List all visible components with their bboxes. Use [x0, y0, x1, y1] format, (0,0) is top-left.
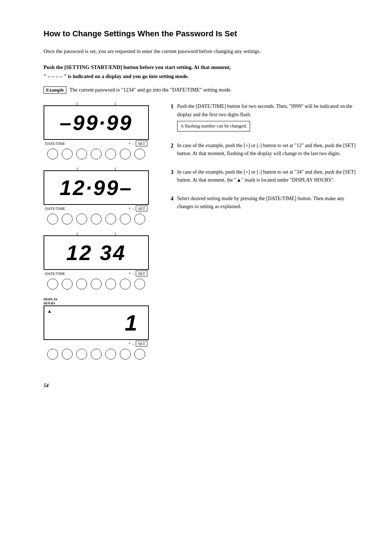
plus-btn-4[interactable]: + [128, 341, 131, 347]
circle-btn[interactable] [76, 279, 87, 289]
circle-btn[interactable] [91, 149, 102, 159]
step-text-1: Push the [DATE/TIME] button for two seco… [177, 102, 356, 131]
step-3: 3 In case of the example, push the [+] o… [171, 168, 356, 185]
plus-btn-3[interactable]: + [128, 271, 131, 276]
circle-btn[interactable] [120, 149, 131, 159]
button-row-2: DATE/TIME + – SET [44, 205, 149, 212]
arrow-mark: ▲ [47, 308, 52, 314]
flash-note-1: A flashing number can be changed. [177, 121, 250, 131]
set-btn-3[interactable]: SET [136, 271, 147, 276]
circle-btn[interactable] [120, 214, 131, 224]
example-text: The current password is "1234" and go in… [69, 87, 232, 93]
circle-btn[interactable] [91, 214, 102, 224]
circle-btn[interactable] [105, 149, 116, 159]
button-row-1: DATE/TIME + – SET [44, 140, 149, 147]
tick [77, 102, 78, 105]
step-num-3: 3 [171, 167, 173, 177]
display-hours-label: DISPLAY HOURS [44, 297, 58, 305]
page-number: 54 [44, 383, 356, 389]
display-unit-1: –99·99 DATE/TIME + – SET [44, 102, 156, 161]
tick-marks-1 [44, 102, 149, 105]
tick [115, 232, 116, 235]
circle-btn[interactable] [134, 214, 145, 224]
circle-btn[interactable] [62, 149, 73, 159]
example-label: Example [44, 86, 66, 94]
set-btn-4[interactable]: SET [136, 341, 147, 347]
circle-btn[interactable] [120, 279, 131, 289]
circle-btn[interactable] [47, 349, 58, 360]
button-row-4: + – SET [44, 340, 149, 347]
circle-btn[interactable] [76, 214, 87, 224]
plus-btn-1[interactable]: + [128, 141, 131, 146]
circle-buttons-2 [44, 212, 149, 226]
display-value-1: –99·99 [60, 112, 132, 133]
minus-btn-2[interactable]: – [132, 206, 134, 211]
circle-btn[interactable] [47, 279, 58, 289]
set-btn-2[interactable]: SET [136, 206, 147, 211]
datetime-label-1: DATE/TIME [45, 142, 65, 146]
circle-btn[interactable] [120, 349, 131, 360]
main-content: –99·99 DATE/TIME + – SET [44, 102, 356, 361]
display-unit-2: 12·99– DATE/TIME + – SET [44, 167, 156, 226]
circle-buttons-1 [44, 147, 149, 161]
circle-btn[interactable] [105, 214, 116, 224]
display-diagrams: –99·99 DATE/TIME + – SET [44, 102, 156, 361]
circle-btn[interactable] [76, 349, 87, 360]
tick [77, 232, 78, 235]
circle-btn[interactable] [105, 279, 116, 289]
button-row-3: DATE/TIME + – SET [44, 270, 149, 277]
btn-group-1: + – SET [128, 141, 147, 146]
display-unit-3: 12 34 DATE/TIME + – SET [44, 232, 156, 291]
page-title: How to Change Settings When the Password… [44, 29, 356, 39]
minus-btn-3[interactable]: – [132, 271, 134, 276]
bold-instruction: Push the [SETTING START/END] button befo… [44, 63, 356, 81]
datetime-label-2: DATE/TIME [45, 207, 65, 211]
circle-btn[interactable] [105, 349, 116, 360]
circle-btn[interactable] [47, 149, 58, 159]
display-screen-3: 12 34 [44, 235, 149, 270]
tick [115, 167, 116, 170]
step-1: 1 Push the [DATE/TIME] button for two se… [171, 102, 356, 131]
circle-btn[interactable] [47, 214, 58, 224]
step-text-3: In case of the example, push the [+] or … [177, 168, 356, 185]
minus-btn-4[interactable]: – [132, 341, 134, 347]
display-value-2: 12·99– [60, 177, 132, 198]
circle-btn[interactable] [91, 279, 102, 289]
display-screen-4: ▲ 1 [44, 305, 149, 340]
display-screen-1: –99·99 [44, 105, 149, 140]
circle-btn[interactable] [134, 279, 145, 289]
step-text-2: In case of the example, push the [+] or … [177, 142, 356, 158]
display-value-4: 1 [125, 312, 137, 334]
datetime-label-3: DATE/TIME [45, 272, 65, 276]
tick [115, 102, 116, 105]
plus-btn-2[interactable]: + [128, 206, 131, 211]
circle-btn[interactable] [91, 349, 102, 360]
step-num-4: 4 [171, 194, 173, 203]
display-value-3: 12 34 [66, 242, 126, 263]
step-num-1: 1 [171, 102, 173, 111]
set-btn-1[interactable]: SET [136, 141, 147, 146]
btn-group-3: + – SET [128, 271, 147, 276]
circle-btn[interactable] [134, 149, 145, 159]
circle-btn[interactable] [62, 349, 73, 360]
btn-group-2: + – SET [128, 206, 147, 211]
circle-btn[interactable] [62, 279, 73, 289]
circle-buttons-4 [44, 347, 149, 361]
circle-btn[interactable] [76, 149, 87, 159]
circle-buttons-3 [44, 277, 149, 291]
step-text-4: Select desired setting mode by pressing … [177, 195, 356, 211]
display-screen-2: 12·99– [44, 170, 149, 205]
step-4: 4 Select desired setting mode by pressin… [171, 195, 356, 211]
btn-group-4: + – SET [128, 341, 147, 347]
step-num-2: 2 [171, 141, 173, 150]
display-unit-4: DISPLAY HOURS ▲ 1 + – SET [44, 297, 156, 361]
example-line: Example The current password is "1234" a… [44, 86, 356, 94]
tick [77, 167, 78, 170]
tick-marks-3 [44, 232, 149, 235]
minus-btn-1[interactable]: – [132, 141, 134, 146]
tick-marks-2 [44, 167, 149, 170]
page-content: How to Change Settings When the Password… [44, 29, 356, 389]
intro-paragraph: Once the password is set, you are reques… [44, 47, 356, 56]
circle-btn[interactable] [134, 349, 145, 360]
circle-btn[interactable] [62, 214, 73, 224]
